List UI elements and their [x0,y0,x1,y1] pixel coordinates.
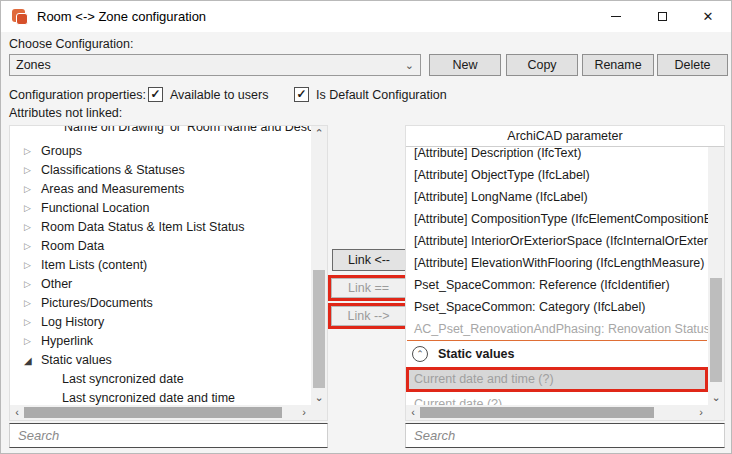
expander-icon[interactable]: ▷ [24,199,31,218]
scrollbar-thumb[interactable] [420,407,654,418]
tree-item-classifications[interactable]: ▷ Classifications & Statuses [10,161,311,180]
choose-configuration-label: Choose Configuration: [9,37,133,51]
static-values-title: Static values [438,347,514,361]
close-button[interactable]: ✕ [685,1,731,32]
parameter-item-disabled[interactable]: AC_Pset_RenovationAndPhasing: Renovation… [406,318,708,340]
scroll-right-icon[interactable]: › [694,405,708,420]
parameter-item[interactable]: [Attribute] LongName (IfcLabel) [406,186,708,208]
tree-item-static-values[interactable]: ◢ Static values [10,351,311,370]
parameters-search-box [405,423,725,448]
tree-item-label: Last syncronized date and time [62,389,235,405]
delete-button[interactable]: Delete [657,54,728,76]
tree-item-clipped[interactable]: Name on Drawing' or 'Room Name and Descr… [10,126,311,142]
tree-item-label: Name on Drawing' or 'Room Name and Descr… [64,126,311,137]
parameter-item[interactable]: [Attribute] Description (IfcText) [406,147,708,164]
tree-item-hyperlink[interactable]: ▷ Hyperlink [10,332,311,351]
parameter-item[interactable]: [Attribute] InteriorOrExteriorSpace (Ifc… [406,230,708,252]
title-bar: Room <-> Zone configuration ✕ [1,1,731,32]
copy-button[interactable]: Copy [506,54,578,76]
rename-button[interactable]: Rename [582,54,654,76]
link-equal-button[interactable]: Link == [331,278,406,298]
scroll-down-icon[interactable]: ⌄ [708,390,724,405]
scrollbar-thumb[interactable] [313,270,325,388]
scroll-left-icon[interactable]: ‹ [406,405,420,420]
expander-icon[interactable]: ▷ [24,313,31,332]
horizontal-scrollbar[interactable]: ‹ › [406,405,708,420]
tree-item-last-syncronized-date[interactable]: Last syncronized date [10,370,311,389]
configuration-dropdown[interactable]: Zones ⌄ [9,54,421,76]
parameter-item[interactable]: Pset_SpaceCommon: Category (IfcLabel) [406,296,708,318]
room-zone-configuration-dialog: Room <-> Zone configuration ✕ Choose Con… [0,0,732,454]
vertical-scrollbar[interactable]: ⌃ ⌄ [311,126,327,405]
scroll-down-icon[interactable]: ⌄ [311,390,327,405]
tree-item-last-syncronized-date-time[interactable]: Last syncronized date and time [10,389,311,405]
chevron-down-icon: ⌄ [405,59,414,72]
horizontal-scrollbar[interactable]: ‹ › [10,405,311,420]
parameter-item-current-date[interactable]: Current date (?) [406,394,708,405]
parameter-item[interactable]: [Attribute] CompositionType (IfcElementC… [406,208,708,230]
expander-icon[interactable]: ▷ [24,142,31,161]
tree-item-log-history[interactable]: ▷ Log History [10,313,311,332]
search-input[interactable] [10,424,327,447]
parameter-item[interactable]: [Attribute] ObjectType (IfcLabel) [406,164,708,186]
tree-item-label: Static values [41,351,112,370]
tree-item-functional-location[interactable]: ▷ Functional Location [10,199,311,218]
annotation-box-link-equal: Link == [328,275,409,301]
scrollbar-thumb[interactable] [24,407,282,418]
configuration-properties-label: Configuration properties: [9,88,146,102]
tree-item-room-data-status[interactable]: ▷ Room Data Status & Item List Status [10,218,311,237]
maximize-button[interactable] [639,1,685,32]
tree-item-room-data[interactable]: ▷ Room Data [10,237,311,256]
tree-item-label: Room Data [41,237,104,256]
tree-item-other[interactable]: ▷ Other [10,275,311,294]
collapse-section-icon[interactable]: ⌃ [412,346,428,362]
annotation-box-link-right: Link --> [328,303,409,329]
link-left-button[interactable]: Link <-- [332,249,406,271]
check-icon: ✓ [296,87,306,101]
vertical-scrollbar[interactable]: ⌃ ⌄ [708,126,724,405]
is-default-configuration-checkbox[interactable]: ✓ [294,87,309,102]
parameter-item[interactable]: [Attribute] ElevationWithFlooring (IfcLe… [406,252,708,274]
expander-icon[interactable]: ▷ [24,332,31,351]
expander-icon[interactable]: ▷ [24,294,31,313]
archicad-parameter-panel: ArchiCAD parameter [Attribute] Descripti… [405,125,725,421]
expander-icon[interactable]: ◢ [24,351,32,370]
scrollbar-thumb[interactable] [710,278,722,382]
new-button[interactable]: New [429,54,501,76]
expander-icon[interactable]: ▷ [24,180,31,199]
tree-item-label: Last syncronized date [62,370,184,389]
scroll-right-icon[interactable]: › [297,405,311,420]
scroll-left-icon[interactable]: ‹ [10,405,24,420]
parameter-item[interactable]: Pset_SpaceCommon: Reference (IfcIdentifi… [406,274,708,296]
available-to-users-checkbox[interactable]: ✓ [148,87,163,102]
parameter-list-header: ArchiCAD parameter [406,126,724,147]
attributes-tree-panel: Name on Drawing' or 'Room Name and Descr… [9,125,328,421]
tree-item-areas[interactable]: ▷ Areas and Measurements [10,180,311,199]
scroll-up-icon[interactable]: ⌃ [311,126,327,141]
expander-icon[interactable]: ▷ [24,218,31,237]
expander-icon[interactable]: ▷ [24,161,31,180]
expander-icon[interactable]: ▷ [24,275,31,294]
parameter-list-viewport: [Attribute] Description (IfcText) [Attri… [406,147,708,405]
tree-item-label: Item Lists (content) [41,256,147,275]
minimize-button[interactable] [593,1,639,32]
tree-item-label: Functional Location [41,199,149,218]
static-values-section-header[interactable]: ⌃ Static values [406,341,708,367]
close-icon: ✕ [703,9,714,24]
tree-item-pictures-documents[interactable]: ▷ Pictures/Documents [10,294,311,313]
tree-item-label: Log History [41,313,104,332]
tree-item-groups[interactable]: ▷ Groups [10,142,311,161]
attributes-tree-viewport: Name on Drawing' or 'Room Name and Descr… [10,126,311,405]
attributes-not-linked-label: Attributes not linked: [9,106,122,120]
link-right-button[interactable]: Link --> [331,306,406,326]
parameter-item-current-date-time[interactable]: Current date and time (?) [406,367,708,392]
tree-item-label: Room Data Status & Item List Status [41,218,245,237]
expander-icon[interactable]: ▷ [24,256,31,275]
tree-item-item-lists[interactable]: ▷ Item Lists (content) [10,256,311,275]
expander-icon[interactable]: ▷ [24,237,31,256]
tree-item-label: Hyperlink [41,332,93,351]
is-default-configuration-label[interactable]: Is Default Configuration [316,88,447,102]
available-to-users-label[interactable]: Available to users [170,88,268,102]
search-input[interactable] [406,424,724,447]
tree-item-label: Pictures/Documents [41,294,153,313]
